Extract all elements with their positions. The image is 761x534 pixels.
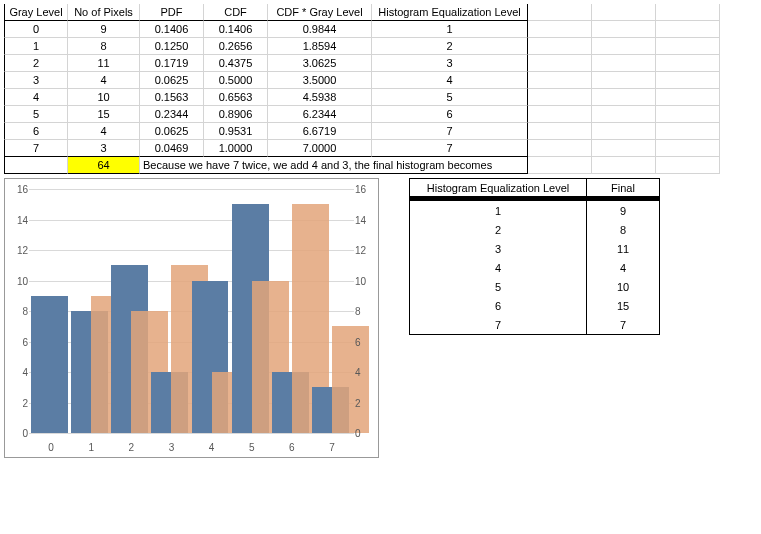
final-value-cell: 10 [587, 277, 660, 296]
main-data-table: Gray LevelNo of PixelsPDFCDFCDF * Gray L… [4, 4, 757, 174]
data-cell: 0.0469 [140, 140, 204, 157]
data-cell: 0.0625 [140, 123, 204, 140]
data-cell: 0.1250 [140, 38, 204, 55]
data-cell: 1 [372, 21, 528, 38]
he-level-cell: 3 [410, 239, 587, 258]
col-header: PDF [140, 4, 204, 21]
data-cell: 7 [372, 123, 528, 140]
data-cell: 6.2344 [268, 106, 372, 123]
final-value-cell: 9 [587, 201, 660, 220]
data-cell: 3 [4, 72, 68, 89]
data-cell: 0.9844 [268, 21, 372, 38]
data-cell: 0.9531 [204, 123, 268, 140]
col-header: No of Pixels [68, 4, 140, 21]
data-cell: 4 [68, 72, 140, 89]
he-level-cell: 7 [410, 315, 587, 335]
data-cell: 2 [372, 38, 528, 55]
data-cell: 6 [372, 106, 528, 123]
data-cell: 0.2344 [140, 106, 204, 123]
data-cell: 0.0625 [140, 72, 204, 89]
he-level-cell: 5 [410, 277, 587, 296]
data-cell: 9 [68, 21, 140, 38]
histogram-chart: 0022446688101012121414161601234567 [4, 178, 379, 458]
data-cell: 0.4375 [204, 55, 268, 72]
data-cell: 11 [68, 55, 140, 72]
data-cell: 1.0000 [204, 140, 268, 157]
final-value-cell: 4 [587, 258, 660, 277]
col-he-level: Histogram Equalization Level [410, 179, 587, 197]
data-cell: 0.1406 [204, 21, 268, 38]
col-header: Gray Level [4, 4, 68, 21]
data-cell: 6 [4, 123, 68, 140]
he-level-cell: 1 [410, 201, 587, 220]
x-axis-label: 6 [289, 442, 295, 453]
x-axis-label: 4 [209, 442, 215, 453]
data-cell: 10 [68, 89, 140, 106]
x-axis-label: 1 [88, 442, 94, 453]
data-cell: 1 [4, 38, 68, 55]
data-cell: 7 [372, 140, 528, 157]
data-cell: 1.8594 [268, 38, 372, 55]
note-text: Because we have 7 twice, we add 4 and 3,… [140, 157, 528, 174]
final-value-cell: 7 [587, 315, 660, 335]
data-cell: 3 [372, 55, 528, 72]
data-cell: 0.1406 [140, 21, 204, 38]
final-value-cell: 8 [587, 220, 660, 239]
data-cell: 3.0625 [268, 55, 372, 72]
final-value-cell: 11 [587, 239, 660, 258]
final-histogram-table: Histogram Equalization Level Final 19283… [409, 178, 660, 335]
data-cell: 8 [68, 38, 140, 55]
data-cell: 5 [372, 89, 528, 106]
x-axis-label: 7 [329, 442, 335, 453]
data-cell: 4 [68, 123, 140, 140]
x-axis-label: 0 [48, 442, 54, 453]
data-cell: 4.5938 [268, 89, 372, 106]
col-final: Final [587, 179, 660, 197]
he-level-cell: 2 [410, 220, 587, 239]
bar-series1 [31, 296, 68, 433]
data-cell: 4 [372, 72, 528, 89]
data-cell: 0.6563 [204, 89, 268, 106]
data-cell: 0.2656 [204, 38, 268, 55]
data-cell: 0.8906 [204, 106, 268, 123]
data-cell: 3.5000 [268, 72, 372, 89]
final-value-cell: 15 [587, 296, 660, 315]
he-level-cell: 4 [410, 258, 587, 277]
data-cell: 5 [4, 106, 68, 123]
data-cell: 0.1563 [140, 89, 204, 106]
x-axis-label: 2 [129, 442, 135, 453]
x-axis-label: 5 [249, 442, 255, 453]
data-cell: 15 [68, 106, 140, 123]
data-cell: 0.1719 [140, 55, 204, 72]
data-cell: 2 [4, 55, 68, 72]
data-cell: 7.0000 [268, 140, 372, 157]
data-cell: 3 [68, 140, 140, 157]
x-axis-label: 3 [169, 442, 175, 453]
data-cell: 4 [4, 89, 68, 106]
data-cell: 0.5000 [204, 72, 268, 89]
total-cell: 64 [68, 157, 140, 174]
data-cell: 6.6719 [268, 123, 372, 140]
col-header: CDF * Gray Level [268, 4, 372, 21]
col-header: Histogram Equalization Level [372, 4, 528, 21]
col-header: CDF [204, 4, 268, 21]
data-cell: 7 [4, 140, 68, 157]
data-cell: 0 [4, 21, 68, 38]
he-level-cell: 6 [410, 296, 587, 315]
